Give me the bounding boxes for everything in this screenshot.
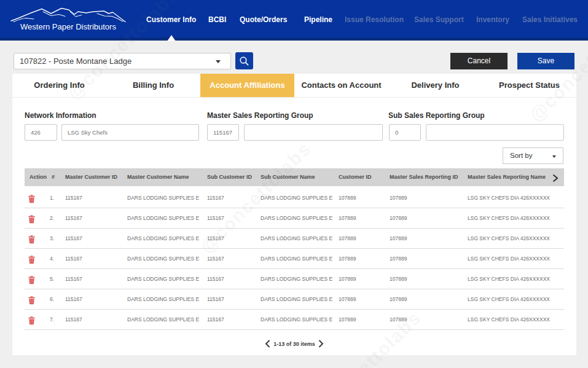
svg-text:Western Paper Distributors: Western Paper Distributors [20,22,116,31]
